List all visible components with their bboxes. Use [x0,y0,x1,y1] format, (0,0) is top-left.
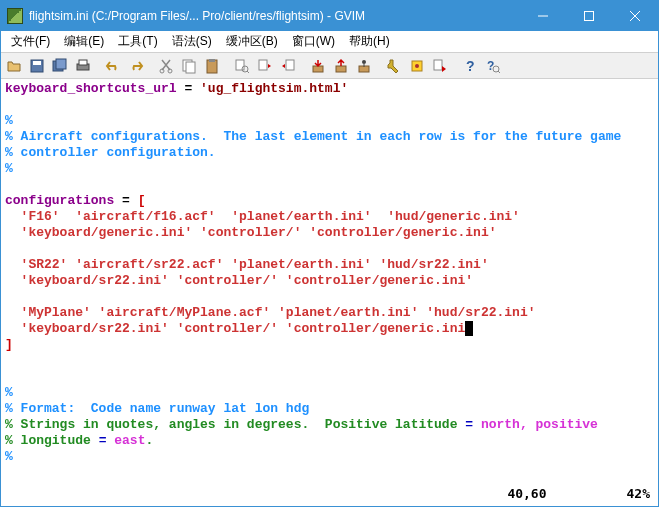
findhelp-icon[interactable]: ? [482,55,504,77]
window-title: flightsim.ini (C:/Program Files/... Pro/… [29,9,365,23]
menu-syntax[interactable]: 语法(S) [166,31,218,52]
undo-icon[interactable] [102,55,124,77]
save-icon[interactable] [26,55,48,77]
code-keyword: keyboard_shortcuts_url [5,81,177,96]
svg-line-31 [498,71,500,73]
menu-file[interactable]: 文件(F) [5,31,56,52]
svg-rect-20 [286,60,294,70]
vim-icon [7,8,23,24]
menubar: 文件(F) 编辑(E) 工具(T) 语法(S) 缓冲区(B) 窗口(W) 帮助(… [1,31,658,53]
runscript-icon[interactable] [353,55,375,77]
help-icon[interactable]: ? [459,55,481,77]
paste-icon[interactable] [201,55,223,77]
loadsess-icon[interactable] [307,55,329,77]
svg-rect-1 [585,12,594,21]
make-icon[interactable] [383,55,405,77]
cut-icon[interactable] [155,55,177,77]
svg-rect-16 [236,60,244,70]
statusbar: 40,60 42% [1,483,658,503]
svg-point-26 [415,64,419,68]
toolbar: ? ? [1,53,658,79]
findprev-icon[interactable] [277,55,299,77]
window-titlebar: flightsim.ini (C:/Program Files/... Pro/… [1,1,658,31]
minimize-button[interactable] [520,1,566,31]
copy-icon[interactable] [178,55,200,77]
menu-buffers[interactable]: 缓冲区(B) [220,31,284,52]
saveall-icon[interactable] [49,55,71,77]
svg-rect-15 [209,59,215,62]
redo-icon[interactable] [125,55,147,77]
menu-edit[interactable]: 编辑(E) [58,31,110,52]
savesess-icon[interactable] [330,55,352,77]
svg-text:?: ? [466,58,475,74]
window-controls [520,1,658,31]
tagjump-icon[interactable] [429,55,451,77]
open-icon[interactable] [3,55,25,77]
menu-help[interactable]: 帮助(H) [343,31,396,52]
svg-rect-19 [259,60,267,70]
svg-point-24 [362,60,366,64]
ctags-icon[interactable] [406,55,428,77]
menu-tools[interactable]: 工具(T) [112,31,163,52]
scroll-percent: 42% [627,486,650,501]
findnext-icon[interactable] [254,55,276,77]
svg-rect-13 [186,62,195,73]
svg-rect-9 [79,60,87,65]
cursor-position: 40,60 [507,486,546,501]
cursor [465,321,473,336]
maximize-button[interactable] [566,1,612,31]
editor-area[interactable]: keyboard_shortcuts_url = 'ug_flightsim.h… [1,79,658,483]
close-button[interactable] [612,1,658,31]
svg-rect-22 [336,66,346,72]
replace-icon[interactable] [231,55,253,77]
menu-window[interactable]: 窗口(W) [286,31,341,52]
svg-rect-27 [434,60,442,70]
svg-rect-5 [33,61,41,65]
svg-rect-7 [56,59,66,69]
code-comment: % [5,113,13,128]
svg-line-18 [247,71,249,73]
print-icon[interactable] [72,55,94,77]
